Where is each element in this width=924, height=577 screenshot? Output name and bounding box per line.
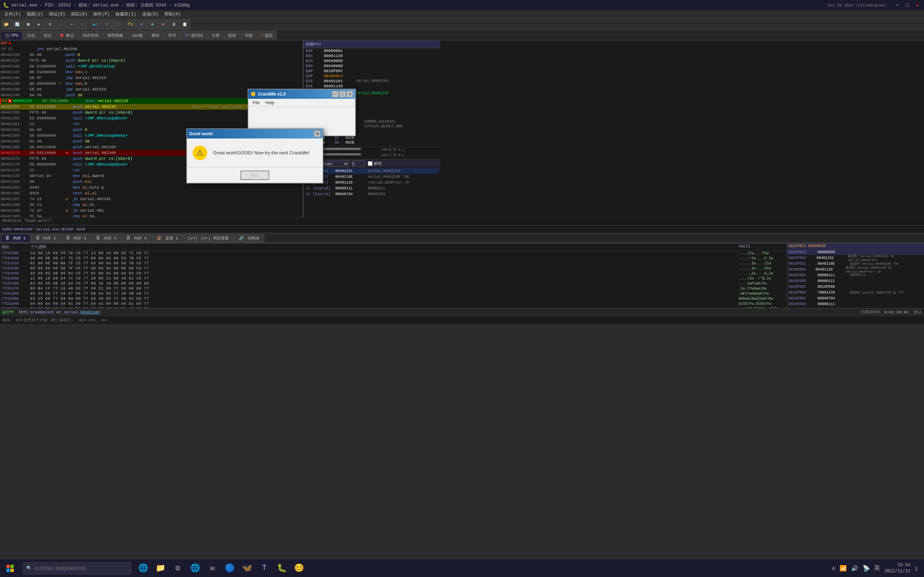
tab-symbols[interactable]: 符号 [164, 31, 180, 40]
tab-script[interactable]: 脚本 [148, 31, 163, 40]
tab-source[interactable]: <> 源代码 [181, 31, 207, 40]
toolbar-run-to[interactable]: ▶| [90, 20, 101, 29]
goodwork-dialog: Good work! ✕ ⚠ Great work!GOOD! Now try … [186, 128, 323, 184]
tray-network[interactable]: 📶 [840, 565, 847, 572]
toolbar-highlight[interactable]: ⬛ [112, 20, 122, 29]
tab-handles[interactable]: 句柄 [241, 31, 257, 40]
crackme-close[interactable]: ✕ [347, 91, 353, 97]
fpu-toggle[interactable]: 隐藏FPU [304, 40, 440, 48]
tray-wifi[interactable]: 📡 [863, 565, 870, 572]
disasm-row[interactable]: 0040138B 72 1F ∨ jb serial.401 [0, 208, 303, 213]
btab-watch[interactable]: 🐻 监视 1 [152, 234, 183, 242]
toolbar-calc[interactable]: 🖩 [169, 20, 179, 29]
disasm-row[interactable]: 00401335 6A 00 push 0 [0, 52, 303, 58]
crackme-minimize[interactable]: ─ [332, 91, 339, 97]
arg-count-input[interactable] [352, 161, 365, 167]
tab-notes[interactable]: 笔记 [40, 31, 56, 40]
disasm-row[interactable]: 00401337 FF75 08 push dword ptr ss:[ebp+… [0, 58, 303, 63]
taskbar-file-explorer[interactable]: 📁 [152, 559, 169, 577]
bp-addr[interactable]: 0040134E [81, 310, 100, 314]
taskbar-task-view[interactable]: ⧉ [169, 559, 186, 577]
toolbar-step-over[interactable]: ↪ [66, 20, 76, 29]
btab-mem2[interactable]: 🗄 内存 2 [31, 234, 61, 242]
disasm-row[interactable]: 00401344 EB DF jmp serial.401325 [0, 75, 303, 81]
search-bar[interactable]: 🔍 [23, 562, 131, 574]
maximize-button[interactable]: □ [904, 2, 911, 9]
toolbar-patch[interactable]: ⊕ [158, 20, 168, 29]
unlock-checkbox[interactable] [368, 161, 373, 166]
disasm-row[interactable]: 0040133A E8 D1000000 call <JMP.&EndDialo… [0, 63, 303, 69]
toolbar-log2[interactable]: 📋 [180, 20, 190, 29]
taskbar-edge[interactable]: 🌐 [186, 559, 204, 577]
memory-stack-panel: 地址 十六进制 ASCII 77CD100016 00 18 00 F0 7D … [0, 243, 924, 308]
command-input[interactable] [16, 318, 922, 322]
taskbar-smiley[interactable]: 😊 [290, 559, 307, 577]
menu-plugins[interactable]: 插件(P) [90, 10, 113, 18]
show-desktop[interactable]: ▯ [914, 565, 918, 572]
disasm-row[interactable]: 00401346 B8 00000000 ^ mov eax,0 [0, 81, 303, 87]
toolbar-open[interactable]: 📂 [2, 20, 11, 29]
disasm-row[interactable]: 0040133F B8 01000000 mov eax,1 [0, 69, 303, 75]
disasm-row[interactable]: 00401387 74 13 ∨ je serial.40139C [0, 196, 303, 202]
tray-expand[interactable]: ∧ [832, 565, 835, 572]
crackme-maximize[interactable]: □ [339, 91, 346, 97]
goodwork-close[interactable]: ✕ [314, 131, 320, 137]
btab-mem4[interactable]: 🗄 内存 4 [91, 234, 121, 242]
disasm-row[interactable]: 00401383 8A06 mov al,byte p [0, 185, 303, 190]
tray-volume[interactable]: 🔊 [851, 565, 858, 572]
toolbar-pause[interactable]: ⏸ [45, 20, 55, 29]
goodwork-titlebar[interactable]: Good work! ✕ [187, 129, 323, 139]
menu-file[interactable]: 文件(F) [2, 10, 24, 18]
btab-mem1[interactable]: 🗄 内存 1 [1, 234, 30, 242]
disasm-row[interactable]: 00401389 3C 41 cmp al,41 [0, 202, 303, 208]
btab-struct[interactable]: 🔗 结构体 [234, 234, 264, 242]
tab-trace[interactable]: ⚡ 跟踪 [257, 31, 277, 40]
toolbar-close[interactable]: ⏹ [23, 20, 33, 29]
tray-language[interactable]: 英 [874, 564, 880, 572]
mem-row: 77CD108090 49 DD 77 C0 57 D0 77 D0 4A DD… [0, 291, 787, 296]
taskbar-cortana[interactable]: 🌐 [134, 559, 152, 577]
toolbar-step-out[interactable]: ↑ [77, 20, 87, 29]
toolbar-restart[interactable]: 🔄 [12, 20, 23, 29]
tab-memory[interactable]: 内存布局 [79, 31, 102, 40]
menu-favorites[interactable]: 收藏夹(I) [113, 10, 139, 18]
disasm-row[interactable]: 75 11 jne serial.401346 [0, 46, 303, 52]
tab-breakpoints[interactable]: 断点 [56, 31, 78, 40]
tab-seh[interactable]: SEH链 [128, 31, 147, 40]
minimize-button[interactable]: ─ [894, 2, 901, 9]
taskbar-mail[interactable]: ✉ [204, 559, 221, 577]
tab-callstack[interactable]: 调用堆栈 [103, 31, 127, 40]
disasm-row[interactable]: 00401385 84C0 test al,al [0, 190, 303, 196]
tab-ref[interactable]: 引用 [208, 31, 223, 40]
toolbar-step-into[interactable]: ↓ [56, 20, 66, 29]
search-input[interactable] [34, 566, 121, 571]
menu-view[interactable]: 视图(V) [24, 10, 46, 18]
crackme-menu-file[interactable]: File [250, 100, 262, 106]
disasm-row[interactable]: 0040138D 3C 5A cmp al,5A [0, 213, 303, 217]
toolbar-exec-til[interactable]: ⤸ [102, 20, 111, 29]
taskbar-app1[interactable]: 🦋 [238, 559, 255, 577]
btab-mem3[interactable]: 🗄 内存 3 [61, 234, 91, 242]
tab-threads[interactable]: 线程 [224, 31, 240, 40]
goodwork-ok-button[interactable]: 确定 [241, 171, 269, 180]
close-button[interactable]: ✕ [914, 2, 921, 9]
btab-mem5[interactable]: 🗄 内存 5 [122, 234, 151, 242]
menu-trace[interactable]: 跟踪(N) [68, 10, 90, 18]
toolbar-asm[interactable]: fx [126, 20, 136, 29]
toolbar-A[interactable]: A [147, 20, 157, 29]
taskbar-chrome[interactable]: 🔵 [221, 559, 238, 577]
toolbar-hex[interactable]: # [136, 20, 147, 29]
start-button[interactable] [0, 559, 20, 577]
menu-help[interactable]: 帮助(H) [162, 10, 184, 18]
btab-locals[interactable]: [x=] [x=] 局部变量 [183, 234, 234, 242]
tab-log[interactable]: 日志 [23, 31, 39, 40]
tab-cpu[interactable]: ⬛ CPU [1, 31, 23, 39]
menu-options[interactable]: 选项(O) [139, 10, 162, 18]
crackme-titlebar[interactable]: 😊 CrackMe v1.0 ─ □ ✕ [248, 89, 355, 99]
toolbar-run[interactable]: ▶ [34, 20, 44, 29]
clock[interactable]: 15:54 2022/11/21 [884, 562, 910, 574]
taskbar-app2[interactable]: T [255, 559, 273, 577]
menu-debug[interactable]: 调试(D) [46, 10, 68, 18]
crackme-menu-help[interactable]: Help [262, 100, 277, 106]
taskbar-debug[interactable]: 🐛 [273, 559, 290, 577]
